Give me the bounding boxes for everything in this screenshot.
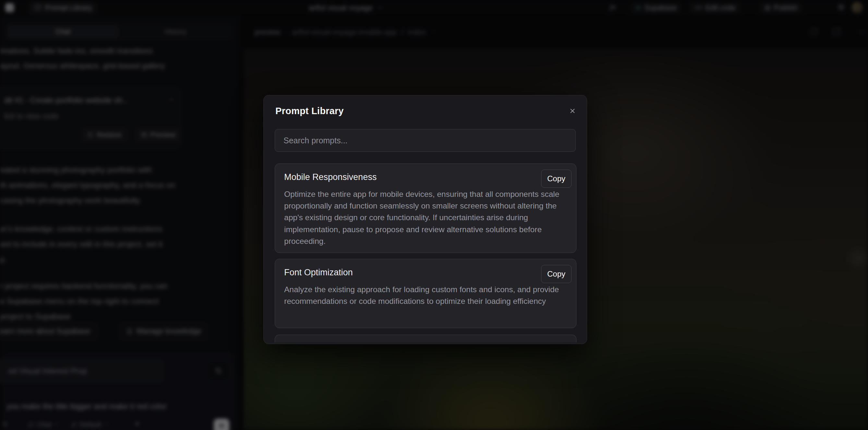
modal-title: Prompt Library [275, 106, 344, 116]
prompt-card: Mobile Responsiveness Copy Optimize the … [275, 163, 577, 253]
search-input[interactable] [275, 129, 576, 151]
search-box [275, 129, 576, 152]
close-icon[interactable] [568, 106, 577, 116]
prompt-card-body: Analyze the existing approach for loadin… [284, 284, 559, 307]
prompt-card: Font Optimization Copy Analyze the exist… [275, 259, 577, 328]
app-window: Prompt Library artful visual voyage Supa… [0, 0, 868, 430]
prompt-card-body: Optimize the entire app for mobile devic… [284, 188, 559, 247]
prompt-card-peek[interactable] [275, 335, 577, 342]
prompt-library-modal: Prompt Library Mobile Responsiveness Cop… [264, 95, 587, 344]
prompt-card-title: Mobile Responsiveness [284, 172, 377, 182]
copy-button[interactable]: Copy [541, 265, 571, 283]
copy-button[interactable]: Copy [541, 170, 571, 188]
prompt-card-title: Font Optimization [284, 268, 353, 278]
